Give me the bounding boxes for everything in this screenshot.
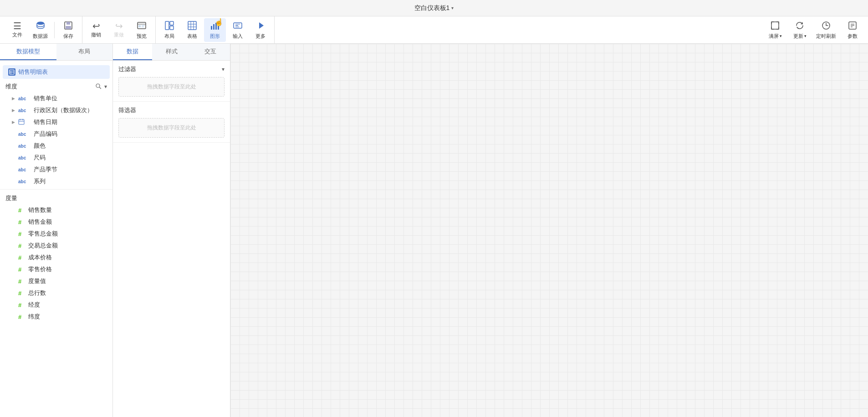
svg-point-35 bbox=[96, 84, 100, 88]
datasource-icon bbox=[36, 21, 46, 32]
layout-button[interactable]: 布局 bbox=[158, 18, 180, 42]
selector-header: 筛选器 bbox=[118, 106, 225, 114]
params-button[interactable]: 参数 bbox=[841, 18, 864, 42]
filter-label: 过滤器 bbox=[118, 65, 136, 73]
chart-button[interactable]: ☝ 图形 bbox=[204, 18, 226, 42]
selector-dropzone: 拖拽数据字段至此处 bbox=[118, 118, 225, 138]
table-item-icon bbox=[8, 68, 15, 76]
dimensions-label: 维度 bbox=[5, 82, 17, 91]
autoupdate-button[interactable]: 定时刷新 bbox=[812, 18, 840, 42]
svg-rect-7 bbox=[142, 26, 144, 27]
middle-tabs: 数据 样式 交互 bbox=[113, 44, 230, 61]
field-region[interactable]: ▶ abc 行政区划（数据级次） bbox=[0, 104, 112, 116]
field-product-code[interactable]: abc 产品编码 bbox=[0, 128, 112, 140]
field-total-rows[interactable]: # 总行数 bbox=[0, 287, 112, 299]
tab-layout[interactable]: 布局 bbox=[56, 44, 113, 60]
data-model-content: 销售明细表 维度 ▾ ▶ abc 销售单位 ▶ abc bbox=[0, 61, 112, 417]
svg-rect-25 bbox=[771, 22, 779, 29]
more-button[interactable]: 更多 bbox=[250, 18, 271, 42]
autoupdate-label: 定时刷新 bbox=[816, 33, 836, 40]
selector-label: 筛选器 bbox=[118, 106, 136, 114]
field-retail-price[interactable]: # 零售价格 bbox=[0, 263, 112, 275]
field-latitude[interactable]: # 纬度 bbox=[0, 311, 112, 323]
table-item-label: 销售明细表 bbox=[18, 68, 48, 76]
field-season[interactable]: abc 产品季节 bbox=[0, 164, 112, 175]
tab-data[interactable]: 数据 bbox=[113, 44, 152, 60]
datasource-button[interactable]: 数据源 bbox=[29, 18, 51, 42]
field-expand-placeholder bbox=[11, 208, 15, 212]
datasource-label: 数据源 bbox=[33, 33, 48, 40]
refresh-arrow: ▾ bbox=[804, 34, 807, 38]
section-divider bbox=[0, 189, 112, 190]
svg-rect-10 bbox=[170, 26, 174, 30]
preview-button[interactable]: 预览 bbox=[131, 18, 153, 42]
field-trade-total[interactable]: # 交易总金额 bbox=[0, 240, 112, 252]
dimensions-search-icon[interactable] bbox=[95, 83, 102, 91]
field-expand-placeholder bbox=[11, 279, 15, 283]
save-button[interactable]: 保存 bbox=[57, 18, 79, 42]
more-label: 更多 bbox=[255, 33, 266, 40]
params-icon bbox=[848, 21, 858, 32]
table-button[interactable]: 表格 bbox=[181, 18, 203, 42]
filter-header: 过滤器 ▾ bbox=[118, 65, 225, 73]
field-sale-date[interactable]: ▶ 销售日期 bbox=[0, 116, 112, 128]
undo-button[interactable]: ↩ 撤销 bbox=[85, 18, 107, 42]
field-expand-placeholder bbox=[11, 303, 15, 307]
params-label: 参数 bbox=[848, 33, 858, 40]
title-dropdown-arrow[interactable]: ▾ bbox=[451, 5, 454, 10]
field-series[interactable]: abc 系列 bbox=[0, 175, 112, 187]
file-button[interactable]: ☰ 文件 bbox=[6, 18, 28, 42]
field-expand-icon: ▶ bbox=[11, 96, 15, 101]
svg-rect-3 bbox=[66, 26, 71, 29]
field-expand-placeholder bbox=[11, 314, 15, 319]
fullscreen-button[interactable]: 满屏 ▾ bbox=[763, 18, 787, 42]
selector-dropzone-text: 拖拽数据字段至此处 bbox=[147, 124, 196, 132]
table-icon bbox=[187, 21, 197, 32]
svg-rect-17 bbox=[213, 24, 214, 30]
svg-rect-19 bbox=[218, 25, 219, 30]
filter-dropzone: 拖拽数据字段至此处 bbox=[118, 77, 225, 97]
measures-header: 度量 bbox=[0, 191, 112, 204]
redo-button[interactable]: ↪ 重做 bbox=[108, 18, 130, 42]
field-color[interactable]: abc 颜色 bbox=[0, 140, 112, 152]
field-cost-price[interactable]: # 成本价格 bbox=[0, 252, 112, 263]
field-expand-placeholder bbox=[11, 232, 15, 236]
refresh-button[interactable]: 更新 ▾ bbox=[788, 18, 812, 42]
chart-icon: ☝ bbox=[210, 21, 220, 32]
field-sales-amount[interactable]: # 销售金额 bbox=[0, 216, 112, 228]
field-longitude[interactable]: # 经度 bbox=[0, 299, 112, 311]
svg-rect-31 bbox=[10, 70, 14, 74]
svg-rect-37 bbox=[19, 119, 24, 124]
dimensions-header-actions: ▾ bbox=[95, 83, 107, 91]
svg-rect-2 bbox=[66, 22, 70, 25]
field-expand-placeholder bbox=[11, 291, 15, 295]
input-icon bbox=[233, 21, 243, 32]
redo-icon: ↪ bbox=[115, 21, 123, 31]
input-button[interactable]: 输入 bbox=[227, 18, 249, 42]
table-label: 表格 bbox=[187, 33, 197, 40]
dimensions-header: 维度 ▾ bbox=[0, 80, 112, 93]
table-item-sales[interactable]: 销售明细表 bbox=[3, 65, 110, 79]
tab-data-model[interactable]: 数据模型 bbox=[0, 44, 56, 60]
filter-section: 过滤器 ▾ 拖拽数据字段至此处 bbox=[113, 61, 230, 102]
toolbar-middle-group: ↩ 撤销 ↪ 重做 预览 bbox=[82, 16, 156, 43]
canvas-area[interactable] bbox=[230, 44, 868, 417]
more-icon bbox=[255, 21, 266, 32]
field-expand-icon: ▶ bbox=[11, 108, 15, 113]
tab-interaction[interactable]: 交互 bbox=[191, 44, 230, 60]
undo-label: 撤销 bbox=[91, 31, 101, 38]
field-measure-val[interactable]: # 度量值 bbox=[0, 275, 112, 287]
refresh-icon bbox=[795, 21, 805, 32]
tab-style[interactable]: 样式 bbox=[152, 44, 191, 60]
save-icon bbox=[63, 21, 73, 32]
filter-collapse-icon[interactable]: ▾ bbox=[222, 66, 225, 72]
field-sales-qty[interactable]: # 销售数量 bbox=[0, 204, 112, 216]
field-sales-unit[interactable]: ▶ abc 销售单位 bbox=[0, 93, 112, 104]
field-retail-total[interactable]: # 零售总金额 bbox=[0, 228, 112, 240]
field-expand-placeholder bbox=[11, 167, 15, 172]
svg-point-0 bbox=[37, 21, 44, 25]
fullscreen-label: 满屏 bbox=[769, 33, 779, 40]
field-size[interactable]: abc 尺码 bbox=[0, 152, 112, 164]
dimensions-collapse-icon[interactable]: ▾ bbox=[104, 83, 107, 90]
preview-icon bbox=[137, 21, 147, 32]
